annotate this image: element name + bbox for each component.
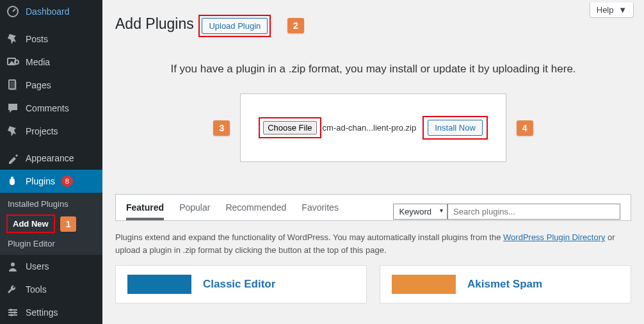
browse-panel: Featured Popular Recommended Favorites K…: [115, 194, 631, 221]
pages-icon: [6, 79, 19, 92]
svg-point-10: [13, 311, 16, 314]
plugin-card[interactable]: Akismet Spam: [380, 265, 631, 304]
annotation-1: 1: [60, 216, 77, 232]
appearance-icon: [6, 152, 19, 165]
search-plugins-input[interactable]: [447, 204, 620, 220]
sidebar-item-settings[interactable]: Settings: [0, 301, 102, 324]
sidebar-item-users[interactable]: Users: [0, 255, 102, 278]
update-badge: 8: [61, 175, 73, 187]
dashboard-icon: [6, 5, 19, 18]
sidebar-item-dashboard[interactable]: Dashboard: [0, 0, 102, 23]
sidebar-item-posts[interactable]: Posts: [0, 28, 102, 51]
comment-icon: [6, 102, 19, 115]
sidebar-label: Posts: [26, 34, 48, 44]
tab-popular[interactable]: Popular: [179, 202, 210, 220]
plugin-thumb: [392, 275, 456, 294]
filter-tabs: Featured Popular Recommended Favorites: [126, 202, 339, 220]
sidebar-plugins-submenu: Installed Plugins Add New 1 Plugin Edito…: [0, 193, 102, 255]
choose-file-button[interactable]: Choose File: [263, 121, 316, 134]
upload-description: If you have a plugin in a .zip format, y…: [115, 63, 631, 76]
sidebar-item-projects[interactable]: Projects: [0, 120, 102, 143]
settings-icon: [6, 306, 19, 319]
plugin-directory-link[interactable]: WordPress Plugin Directory: [503, 232, 605, 242]
tools-icon: [6, 283, 19, 296]
annotation-3: 3: [213, 120, 230, 136]
help-button[interactable]: Help ▼: [590, 3, 634, 18]
svg-point-5: [11, 263, 15, 266]
pin-icon: [6, 33, 19, 45]
upload-form: Choose File cm-ad-chan...lient-pro.zip I…: [240, 93, 506, 162]
tab-favorites[interactable]: Favorites: [302, 202, 339, 220]
submenu-add-new[interactable]: Add New: [9, 216, 52, 231]
main-content: Help ▼ Add Plugins Upload Plugin 2 If yo…: [102, 0, 644, 324]
tab-recommended[interactable]: Recommended: [225, 202, 286, 220]
sidebar-label: Appearance: [26, 153, 74, 163]
plugin-card[interactable]: Classic Editor: [115, 265, 367, 304]
sidebar-item-media[interactable]: Media: [0, 51, 102, 74]
plugin-title: Akismet Spam: [467, 278, 542, 291]
plugin-title: Classic Editor: [203, 278, 275, 291]
sidebar-label: Comments: [26, 103, 69, 113]
tab-featured[interactable]: Featured: [126, 202, 164, 220]
sidebar-label: Tools: [26, 284, 47, 295]
plugin-thumb: [127, 275, 191, 294]
annotation-4: 4: [517, 120, 533, 136]
sidebar-label: Plugins: [26, 176, 55, 186]
sidebar-item-comments[interactable]: Comments: [0, 97, 102, 120]
users-icon: [6, 260, 19, 273]
install-now-button[interactable]: Install Now: [428, 120, 483, 136]
upload-panel: If you have a plugin in a .zip format, y…: [115, 63, 631, 162]
annotation-2: 2: [287, 18, 304, 33]
pin-icon: [6, 125, 19, 138]
svg-rect-4: [10, 81, 17, 90]
submenu-plugin-editor[interactable]: Plugin Editor: [0, 235, 102, 252]
sidebar-item-pages[interactable]: Pages: [0, 74, 102, 97]
svg-point-11: [10, 314, 13, 316]
selected-filename: cm-ad-chan...lient-pro.zip: [323, 123, 417, 133]
upload-plugin-button[interactable]: Upload Plugin: [202, 18, 268, 34]
sidebar-item-appearance[interactable]: Appearance: [0, 147, 102, 170]
search-type-select[interactable]: Keyword ▾: [393, 204, 447, 220]
sidebar-item-plugins[interactable]: Plugins 8: [0, 170, 102, 193]
plugins-description: Plugins extend and expand the functional…: [115, 231, 631, 256]
media-icon: [6, 56, 19, 69]
page-title: Add Plugins: [115, 15, 194, 33]
chevron-down-icon: ▾: [440, 207, 443, 214]
sidebar-label: Dashboard: [26, 6, 70, 17]
sidebar-label: Pages: [26, 80, 51, 90]
svg-point-2: [15, 60, 19, 64]
sidebar-label: Settings: [26, 307, 58, 318]
svg-point-9: [10, 309, 12, 311]
submenu-installed-plugins[interactable]: Installed Plugins: [0, 195, 102, 213]
admin-sidebar: Dashboard Posts Media Pages Comments Pro…: [0, 0, 102, 324]
chevron-down-icon: ▼: [618, 5, 627, 15]
plugin-icon: [6, 175, 19, 188]
sidebar-item-tools[interactable]: Tools: [0, 278, 102, 301]
sidebar-label: Media: [26, 57, 50, 67]
sidebar-label: Users: [26, 261, 49, 271]
sidebar-label: Projects: [26, 126, 58, 136]
